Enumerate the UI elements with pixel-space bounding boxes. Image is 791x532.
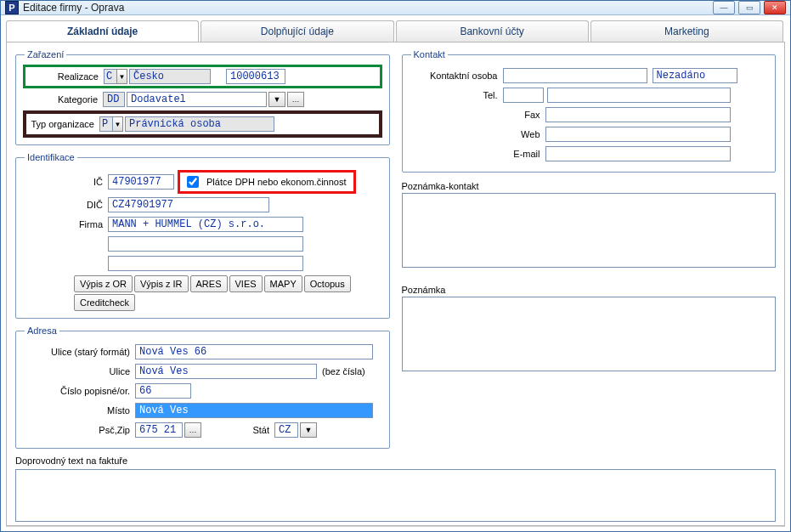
kategorie-dropdown-button[interactable]: ▼ <box>268 92 285 107</box>
label-cp: Číslo popisné/or. <box>23 386 135 396</box>
kategorie-name: Dodavatel <box>127 92 267 107</box>
stat-input[interactable] <box>274 422 298 438</box>
legend-zarazeni: Zařazení <box>25 49 66 59</box>
platce-dph-checkbox[interactable]: Plátce DPH nebo ekonom.činnost <box>184 173 346 190</box>
label-firma: Firma <box>23 219 108 229</box>
legend-ident: Identifikace <box>25 152 77 162</box>
pozn-textarea[interactable] <box>402 297 777 371</box>
chevron-down-icon[interactable]: ▼ <box>117 69 127 84</box>
psc-input[interactable] <box>135 422 183 438</box>
lookup-buttons: Výpis z OR Výpis z IR ARES VIES MAPY Oct… <box>74 275 382 311</box>
osoba-nezadano: Nezadáno <box>653 68 737 83</box>
realizace-name: Česko <box>129 69 211 84</box>
dic-input[interactable] <box>108 197 269 212</box>
label-pozn: Poznámka <box>402 285 777 295</box>
label-faktura-text: Doprovodný text na faktuře <box>15 456 390 466</box>
kategorie-code: DD <box>103 92 125 107</box>
osoba-input[interactable] <box>503 68 647 83</box>
ic-input[interactable] <box>108 174 174 190</box>
faktura-textarea[interactable] <box>15 469 776 522</box>
label-tel: Tel. <box>410 90 503 100</box>
label-ic: IČ <box>23 177 108 187</box>
label-ulice: Ulice <box>23 366 135 376</box>
legend-adresa: Adresa <box>25 325 59 336</box>
label-fax: Fax <box>410 110 545 120</box>
ulice-input[interactable] <box>135 364 317 379</box>
realizace-number: 10000613 <box>226 69 285 84</box>
app-window: P Editace firmy - Oprava — ▭ ✕ Základní … <box>0 0 791 532</box>
maximize-button[interactable]: ▭ <box>738 1 760 14</box>
btn-ares[interactable]: ARES <box>190 275 228 292</box>
email-input[interactable] <box>545 146 731 161</box>
btn-mapy[interactable]: MAPY <box>264 275 302 292</box>
label-kategorie: Kategorie <box>23 94 103 105</box>
misto-input[interactable]: Nová Ves <box>135 403 373 418</box>
title-bar: P Editace firmy - Oprava — ▭ ✕ <box>1 1 790 15</box>
label-web: Web <box>410 129 545 139</box>
group-identifikace: Identifikace IČ Plátce DPH nebo ekonom.č… <box>15 152 390 319</box>
chevron-down-icon[interactable]: ▼ <box>113 116 123 132</box>
stat-dropdown-button[interactable]: ▼ <box>300 422 317 438</box>
cp-input[interactable] <box>135 383 191 399</box>
pozn-kontakt-textarea[interactable] <box>402 193 777 268</box>
tab-marketing[interactable]: Marketing <box>590 20 783 42</box>
label-osoba: Kontaktní osoba <box>410 71 503 81</box>
realizace-code-dropdown[interactable]: ▼ <box>104 69 127 84</box>
label-typorg: Typ organizace <box>30 119 99 129</box>
btn-vypis-ir[interactable]: Výpis z IR <box>134 275 189 292</box>
tab-basic[interactable]: Základní údaje <box>6 20 199 42</box>
group-zarazeni: Zařazení Realizace ▼ Česko 10000613 Kate… <box>15 49 390 145</box>
typorg-name: Právnická osoba <box>125 116 274 132</box>
minimize-button[interactable]: — <box>713 1 735 14</box>
label-email: E-mail <box>410 149 545 159</box>
firma-input[interactable] <box>108 217 303 232</box>
btn-octopus[interactable]: Octopus <box>304 275 351 292</box>
tab-bank[interactable]: Bankovní účty <box>396 20 589 42</box>
firma-line3-input[interactable] <box>108 256 303 271</box>
label-stat: Stát <box>218 425 274 435</box>
tab-page: Zařazení Realizace ▼ Česko 10000613 Kate… <box>6 42 785 526</box>
tel-prefix-input[interactable] <box>503 88 544 103</box>
platce-label: Plátce DPH nebo ekonom.činnost <box>206 177 346 187</box>
btn-vypis-or[interactable]: Výpis z OR <box>74 275 133 292</box>
fax-input[interactable] <box>545 107 731 122</box>
label-dic: DIČ <box>23 200 108 210</box>
btn-creditcheck[interactable]: Creditcheck <box>74 294 135 311</box>
label-uliceold: Ulice (starý formát) <box>23 347 135 357</box>
typorg-code-dropdown[interactable]: ▼ <box>99 116 123 132</box>
psc-lookup-button[interactable]: … <box>184 422 201 438</box>
footer: Založeno 02.01.2014 13:17 Editováno 29.0… <box>6 526 785 532</box>
group-adresa: Adresa Ulice (starý formát) Ulice (bez č… <box>15 325 390 449</box>
uliceold-input[interactable] <box>135 344 373 359</box>
close-button[interactable]: ✕ <box>764 1 786 14</box>
tab-additional[interactable]: Dolpňující údaje <box>201 20 393 42</box>
tab-bar: Základní údaje Dolpňující údaje Bankovní… <box>6 20 785 42</box>
kategorie-more-button[interactable]: … <box>287 92 304 107</box>
label-realizace: Realizace <box>29 71 104 82</box>
web-input[interactable] <box>545 127 731 142</box>
label-pozn-kontakt: Poznámka-kontakt <box>402 181 777 191</box>
window-title: Editace firmy - Oprava <box>23 2 124 14</box>
group-kontakt: Kontakt Kontaktní osoba Nezadáno Tel. Fa… <box>402 49 777 173</box>
btn-vies[interactable]: VIES <box>229 275 263 292</box>
firma-line2-input[interactable] <box>108 236 303 252</box>
label-bezcisla: (bez čísla) <box>322 366 365 376</box>
tel-input[interactable] <box>547 88 731 103</box>
label-misto: Místo <box>23 405 135 416</box>
app-icon: P <box>5 1 19 14</box>
legend-kontakt: Kontakt <box>411 49 448 59</box>
label-psc: Psč,Zip <box>23 425 135 435</box>
